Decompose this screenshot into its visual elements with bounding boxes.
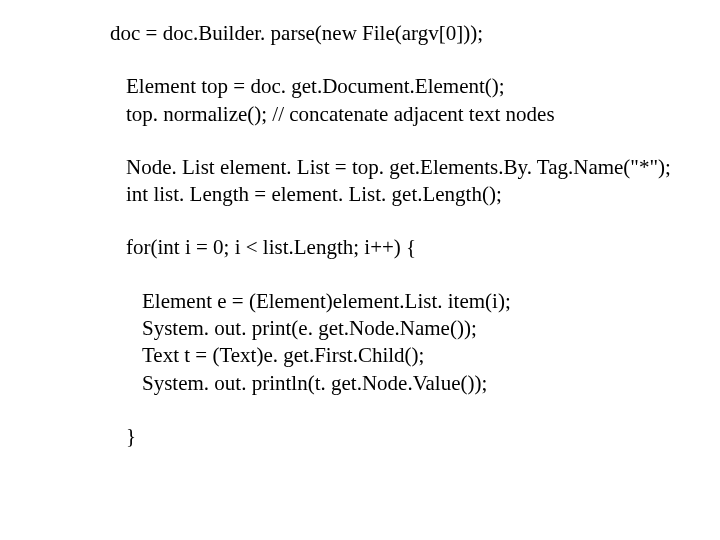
code-line: System. out. println(t. get.Node.Value()… [142, 370, 700, 397]
code-line: } [126, 423, 700, 450]
code-line: for(int i = 0; i < list.Length; i++) { [126, 234, 700, 261]
code-line: int list. Length = element. List. get.Le… [126, 181, 700, 208]
code-line: System. out. print(e. get.Node.Name()); [142, 315, 700, 342]
code-line: Element top = doc. get.Document.Element(… [126, 73, 700, 100]
code-line: Node. List element. List = top. get.Elem… [126, 154, 700, 181]
code-block: doc = doc.Builder. parse(new File(argv[0… [0, 0, 720, 450]
code-line: Element e = (Element)element.List. item(… [142, 288, 700, 315]
code-line: doc = doc.Builder. parse(new File(argv[0… [110, 20, 700, 47]
code-line: Text t = (Text)e. get.First.Child(); [142, 342, 700, 369]
code-line: top. normalize(); // concatenate adjacen… [126, 101, 700, 128]
